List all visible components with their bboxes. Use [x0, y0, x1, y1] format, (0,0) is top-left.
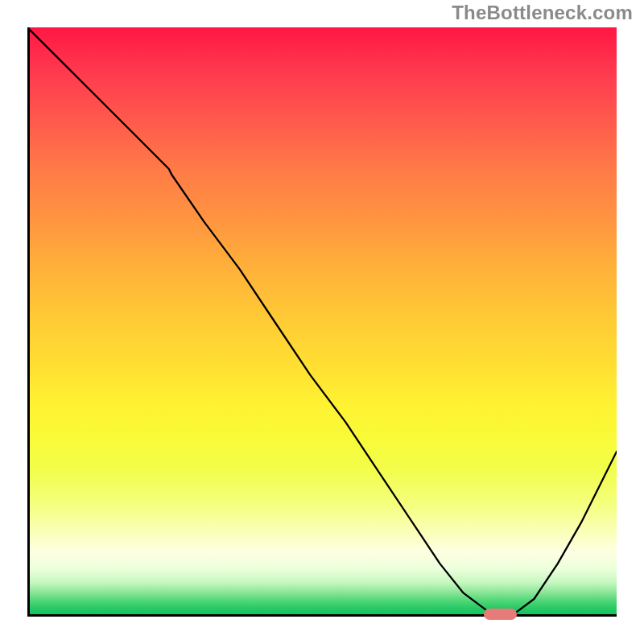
bottleneck-curve [27, 27, 617, 617]
chart-container: TheBottleneck.com [0, 0, 644, 644]
plot-area [27, 27, 617, 617]
optimum-marker [484, 609, 516, 619]
watermark-text: TheBottleneck.com [452, 2, 633, 24]
